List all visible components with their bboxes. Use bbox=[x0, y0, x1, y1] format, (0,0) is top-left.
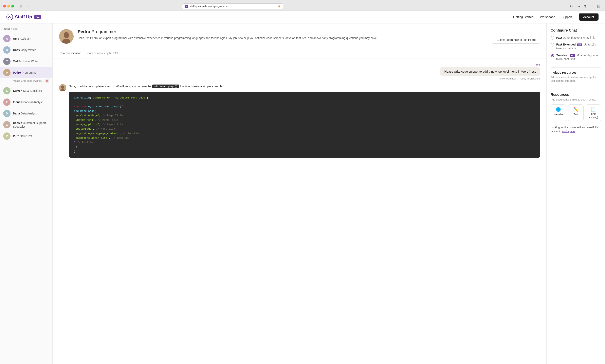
sidebar-item-ted[interactable]: T Ted Technical Writer bbox=[0, 56, 52, 67]
sidebar-item-cassie[interactable]: C Cassie Customer Support Specialist bbox=[0, 119, 52, 130]
topnav: Staff Up Pro Getting Started Workspace S… bbox=[0, 11, 605, 24]
agent-description: Hello, I'm Pedro, an expert programmer w… bbox=[78, 36, 488, 40]
radio-label-fast-extended: Fast Extended Pro Up to 16k tokens chat … bbox=[556, 43, 601, 51]
sidebar-preview-pedro: Please write code snippet... 🗑 bbox=[0, 78, 52, 85]
sidebar-header: Start a chat bbox=[0, 24, 52, 33]
sidebar-item-putz[interactable]: P Putz Office Pet bbox=[0, 130, 52, 142]
minimize-window-btn[interactable] bbox=[7, 5, 10, 8]
copy-clipboard-button[interactable]: Copy to Clipboard bbox=[520, 77, 540, 80]
agent-guide-button[interactable]: Guide: Learn how to use Pedro bbox=[492, 36, 540, 44]
nav-getting-started[interactable]: Getting Started bbox=[513, 15, 534, 19]
sidebar-name-pedro: Pedro Programmer bbox=[13, 71, 38, 74]
browser-chrome: ⊞ ⌄ ‹ S staffup.ai/dashboard/programmer … bbox=[0, 0, 605, 11]
conversation-length: Conversation length: 7.3% bbox=[87, 52, 118, 55]
pro-badge-smartest: Pro bbox=[570, 54, 575, 57]
configure-chat-title: Configure Chat bbox=[551, 28, 601, 33]
svg-point-0 bbox=[7, 14, 13, 20]
logo-icon bbox=[6, 14, 13, 20]
radio-smartest[interactable] bbox=[551, 53, 554, 57]
user-label[interactable]: You bbox=[536, 63, 540, 66]
sidebar-item-pedro[interactable]: P Pedro Programmer bbox=[0, 67, 52, 78]
sidebar: Start a chat A Amy Assistant C Cody Copy… bbox=[0, 24, 52, 364]
sidebar-preview-text: Please write code snippet... bbox=[13, 79, 43, 82]
text-icon: ✏️ bbox=[573, 107, 578, 112]
workspace-note: Looking for the conversation context? It… bbox=[551, 125, 601, 133]
resource-text-btn[interactable]: ✏️ Text bbox=[568, 104, 583, 121]
agent-info: Pedro Programmer Hello, I'm Pedro, an ex… bbox=[78, 29, 488, 40]
radio-fast-extended[interactable] bbox=[551, 43, 554, 47]
avatar-amy: A bbox=[3, 35, 11, 42]
sidebar-name-putz: Putz Office Pet bbox=[13, 134, 32, 138]
url-text: staffup.ai/dashboard/programmer bbox=[190, 5, 276, 8]
user-message-container: You Please write code snippet to add a n… bbox=[59, 63, 540, 80]
avatar-putz: P bbox=[3, 132, 11, 140]
app-wrapper: Staff Up Pro Getting Started Workspace S… bbox=[0, 11, 605, 364]
radio-option-smartest[interactable]: Smartest Pro Most intelligent up to 8K c… bbox=[551, 53, 601, 61]
svg-point-7 bbox=[61, 86, 64, 89]
new-conversation-button[interactable]: New Conversation bbox=[57, 50, 84, 56]
radio-label-smartest: Smartest Pro Most intelligent up to 8K c… bbox=[556, 53, 601, 61]
traffic-lights bbox=[3, 5, 14, 8]
ai-message-container: Sure, to add a new top level menu in Wor… bbox=[59, 84, 540, 158]
message-actions: Show Markdown Copy to Clipboard bbox=[499, 77, 540, 80]
logo[interactable]: Staff Up Pro bbox=[6, 14, 41, 20]
address-bar[interactable]: S staffup.ai/dashboard/programmer 🔒 bbox=[182, 3, 283, 9]
radio-option-fast[interactable]: Fast Up to 4k tokens chat limit. bbox=[551, 36, 601, 40]
avatar-cassie: C bbox=[3, 121, 11, 129]
chevron-down-btn[interactable]: ⌄ bbox=[25, 3, 31, 9]
avatar-pedro: P bbox=[3, 69, 11, 76]
resource-text-label: Text bbox=[573, 113, 578, 116]
ai-message-text: Sure, to add a new top level menu in Wor… bbox=[69, 84, 540, 89]
sidebar-name-dana: Dana Data Analyst bbox=[13, 112, 37, 115]
sidebar-item-fiona[interactable]: F Fiona Financial Analyst bbox=[0, 96, 52, 108]
show-markdown-button[interactable]: Show Markdown bbox=[499, 77, 517, 80]
sidebar-name-ted: Ted Technical Writer bbox=[13, 59, 39, 63]
avatar-fiona: F bbox=[3, 99, 11, 106]
chat-area: Pedro Programmer Hello, I'm Pedro, an ex… bbox=[52, 24, 546, 364]
share-btn[interactable]: ⬆ bbox=[582, 3, 588, 9]
more-btn[interactable]: ⋯ bbox=[576, 3, 581, 9]
fullscreen-window-btn[interactable] bbox=[11, 5, 14, 8]
favicon: S bbox=[185, 5, 188, 8]
svg-point-1 bbox=[8, 17, 9, 18]
resource-pdf-btn[interactable]: 📄 PDF (coming) bbox=[586, 104, 601, 121]
back-btn[interactable]: ‹ bbox=[33, 3, 38, 9]
include-resources-desc: Add resources to extend knowledge for yo… bbox=[551, 76, 601, 83]
nav-support[interactable]: Support bbox=[562, 15, 572, 19]
account-button[interactable]: Account bbox=[579, 13, 599, 21]
workspace-link[interactable]: workspace bbox=[562, 130, 575, 133]
sidebar-btn[interactable]: ▤ bbox=[596, 3, 602, 9]
sidebar-name-cassie: Cassie Customer Support Specialist bbox=[13, 121, 49, 129]
code-block: add_action('admin_menu', 'my_custom_menu… bbox=[69, 91, 540, 158]
globe-icon: 🌐 bbox=[556, 107, 561, 112]
ai-avatar bbox=[59, 84, 66, 91]
resource-website-btn[interactable]: 🌐 Website bbox=[551, 104, 566, 121]
avatar-steven: S bbox=[3, 87, 11, 94]
split-view-btn[interactable]: ⊞ bbox=[18, 3, 24, 9]
sidebar-name-cody: Cody Copy Writer bbox=[13, 48, 36, 52]
inline-code: add_menu_page() bbox=[152, 85, 179, 88]
sidebar-item-amy[interactable]: A Amy Assistant bbox=[0, 33, 52, 44]
resource-buttons: 🌐 Website ✏️ Text 📄 PDF (coming) bbox=[551, 104, 601, 121]
sidebar-item-dana[interactable]: D Dana Data Analyst bbox=[0, 108, 52, 119]
sidebar-delete-button[interactable]: 🗑 bbox=[45, 79, 49, 83]
pro-badge: Pro bbox=[34, 15, 41, 19]
sidebar-name-amy: Amy Assistant bbox=[13, 37, 31, 40]
new-tab-btn[interactable]: + bbox=[589, 3, 595, 9]
resources-title: Resources bbox=[551, 93, 601, 97]
sidebar-item-cody[interactable]: C Cody Copy Writer bbox=[0, 44, 52, 56]
user-message-bubble: Please write code snippet to add a new t… bbox=[440, 67, 540, 76]
browser-navigation: ⊞ ⌄ ‹ bbox=[18, 3, 38, 9]
pro-badge-fast-extended: Pro bbox=[577, 43, 582, 46]
nav-workspace[interactable]: Workspace bbox=[540, 15, 555, 19]
agent-title: Pedro Programmer bbox=[78, 29, 488, 34]
radio-option-fast-extended[interactable]: Fast Extended Pro Up to 16k tokens chat … bbox=[551, 43, 601, 51]
browser-toolbar-right: ↻ ⋯ ⬆ + ▤ bbox=[569, 3, 602, 9]
reload-btn[interactable]: ↻ bbox=[569, 3, 574, 9]
close-window-btn[interactable] bbox=[3, 5, 6, 8]
radio-fast[interactable] bbox=[551, 36, 554, 40]
resource-website-label: Website bbox=[554, 113, 563, 116]
sidebar-item-steven[interactable]: S Steven SEO Specialist bbox=[0, 85, 52, 96]
agent-header: Pedro Programmer Hello, I'm Pedro, an ex… bbox=[52, 24, 546, 48]
ai-message-content: Sure, to add a new top level menu in Wor… bbox=[69, 84, 540, 158]
